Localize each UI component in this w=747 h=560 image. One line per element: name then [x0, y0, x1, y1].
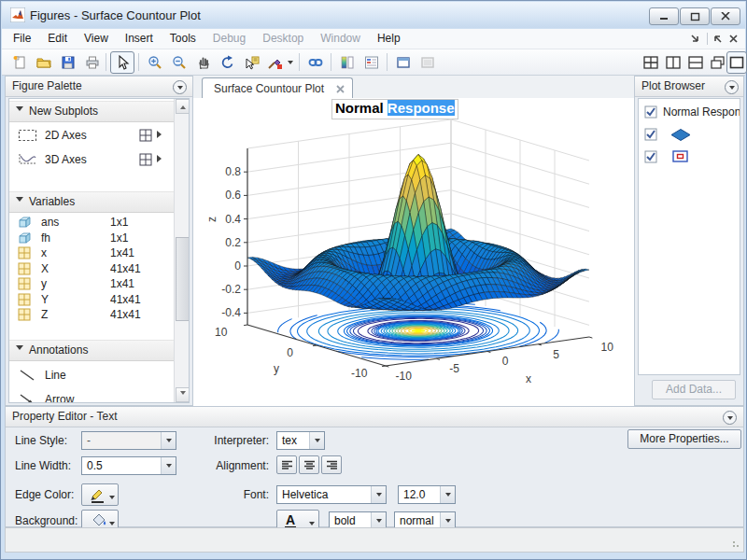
plot-browser-item-contour[interactable] [639, 147, 740, 166]
link-plot-button[interactable] [303, 51, 328, 74]
variable-row-y[interactable]: y1x41 [9, 276, 175, 291]
chevron-down-icon [729, 86, 735, 92]
dropdown-arrow-icon [371, 486, 386, 503]
scroll-thumb[interactable] [176, 237, 190, 321]
more-properties-button[interactable]: More Properties... [627, 429, 741, 449]
menu-file[interactable]: File [5, 29, 39, 49]
tab-close-icon[interactable] [336, 85, 345, 93]
expand-right-icon[interactable] [157, 131, 165, 138]
line-width-dropdown[interactable]: 0.5 [81, 456, 176, 475]
zoom-in-button[interactable] [143, 51, 167, 74]
pan-button[interactable] [191, 51, 216, 74]
rotate-3d-button[interactable] [216, 51, 240, 74]
menu-window[interactable]: Window [312, 29, 369, 49]
data-cursor-button[interactable] [240, 51, 264, 74]
checkbox-checked-icon[interactable] [644, 150, 657, 163]
tile-rows-button[interactable] [684, 51, 708, 74]
figure-palette-body: New Subplots 2D Axes 3D Axes Variables a… [8, 98, 190, 403]
matlab-logo-icon [10, 7, 25, 25]
variable-name: y [41, 276, 47, 291]
checkbox-checked-icon[interactable] [644, 128, 657, 141]
variable-row-X[interactable]: X41x41 [9, 261, 175, 276]
hide-plot-tools-button[interactable] [391, 51, 416, 74]
scroll-down-button[interactable] [176, 387, 190, 402]
surface-contour-plot[interactable]: -0.4-0.200.20.40.60.8-10-50510100-10xyz [193, 98, 634, 406]
checkbox-checked-icon[interactable] [644, 105, 657, 119]
menu-edit[interactable]: Edit [39, 29, 76, 49]
line-style-dropdown[interactable]: - [81, 431, 176, 450]
subplot-grid-icon[interactable] [139, 129, 152, 142]
single-window-button[interactable] [726, 51, 747, 74]
zoom-out-button[interactable] [167, 51, 191, 74]
close-button[interactable] [711, 7, 740, 25]
scroll-up-button[interactable] [176, 99, 190, 114]
section-variables[interactable]: Variables [9, 191, 175, 213]
edit-plot-button[interactable] [110, 51, 134, 74]
brush-data-button[interactable] [264, 51, 296, 74]
close-figure-icon[interactable] [728, 34, 739, 47]
align-right-button[interactable] [321, 455, 342, 474]
maximize-button[interactable] [680, 7, 710, 25]
plot-browser-item-axes[interactable]: Normal Respons [639, 103, 740, 121]
tile-grid-button[interactable] [639, 51, 663, 74]
palette-item-2d-axes[interactable]: 2D Axes [9, 124, 175, 147]
palette-scrollbar[interactable] [174, 99, 189, 402]
plot-browser-menu-button[interactable] [725, 80, 739, 94]
font-family-dropdown[interactable]: Helvetica [276, 485, 387, 504]
line-width-label: Line Width: [15, 456, 71, 475]
interpreter-dropdown[interactable]: tex [276, 431, 325, 450]
annotation-item-line[interactable]: Line [9, 364, 175, 386]
zoom-in-icon [148, 55, 162, 70]
property-editor-menu-button[interactable] [723, 411, 737, 425]
open-button[interactable] [32, 51, 56, 74]
data-cursor-icon [245, 55, 260, 70]
save-icon [61, 55, 76, 70]
new-figure-button[interactable] [7, 51, 32, 74]
menu-desktop[interactable]: Desktop [254, 29, 312, 49]
edge-color-button[interactable] [81, 483, 119, 506]
variable-row-Y[interactable]: Y41x41 [9, 292, 175, 307]
menubar: FileEditViewInsertToolsDebugDesktopWindo… [2, 29, 745, 49]
palette-item-3d-axes[interactable]: 3D Axes [9, 148, 175, 171]
resize-grip[interactable] [732, 540, 740, 549]
minimize-button[interactable] [649, 7, 679, 25]
variable-row-x[interactable]: x1x41 [9, 245, 175, 260]
section-annotations[interactable]: Annotations [9, 340, 175, 361]
figure-palette-menu-button[interactable] [173, 80, 187, 94]
align-left-button[interactable] [276, 455, 297, 474]
print-button[interactable] [80, 51, 105, 74]
annotation-item-arrow[interactable]: Arrow [9, 388, 175, 403]
menu-view[interactable]: View [76, 29, 117, 49]
titlebar[interactable]: Figures - Surface Countour Plot [2, 2, 745, 28]
menu-debug[interactable]: Debug [204, 29, 254, 49]
variable-row-ans[interactable]: ans1x1 [9, 215, 175, 230]
expand-right-icon[interactable] [157, 155, 165, 162]
font-family-value: Helvetica [282, 488, 328, 501]
section-label: Annotations [29, 343, 88, 357]
dock-arrow-icon[interactable] [690, 34, 700, 47]
font-size-dropdown[interactable]: 12.0 [398, 485, 456, 504]
menu-help[interactable]: Help [369, 29, 409, 49]
svg-text:10: 10 [601, 341, 614, 354]
align-center-button[interactable] [299, 455, 319, 474]
undock-arrow-icon[interactable] [712, 34, 723, 47]
figure-canvas[interactable]: Normal Response -0.4-0.200.20.40.60.8-10… [193, 98, 634, 406]
font-weight-value: bold [334, 514, 356, 527]
brush-dropdown-caret[interactable] [288, 61, 293, 67]
variable-row-Z[interactable]: Z41x41 [9, 307, 175, 322]
section-new-subplots[interactable]: New Subplots [9, 101, 175, 122]
alignment-label: Alignment: [198, 456, 269, 475]
figure-tab[interactable]: Surface Countour Plot [202, 77, 353, 98]
variable-row-fh[interactable]: fh1x1 [9, 231, 175, 245]
insert-legend-button[interactable] [359, 51, 384, 74]
show-plot-tools-button[interactable] [416, 51, 440, 74]
menu-insert[interactable]: Insert [117, 29, 162, 49]
add-data-button[interactable]: Add Data... [652, 380, 736, 399]
menu-tools[interactable]: Tools [162, 29, 204, 49]
plot-browser-item-surface[interactable] [639, 125, 740, 144]
insert-colorbar-button[interactable] [335, 51, 359, 74]
tile-columns-button[interactable] [661, 51, 685, 74]
brush-icon [267, 55, 288, 70]
save-button[interactable] [56, 51, 80, 74]
subplot-grid-icon[interactable] [139, 153, 152, 166]
